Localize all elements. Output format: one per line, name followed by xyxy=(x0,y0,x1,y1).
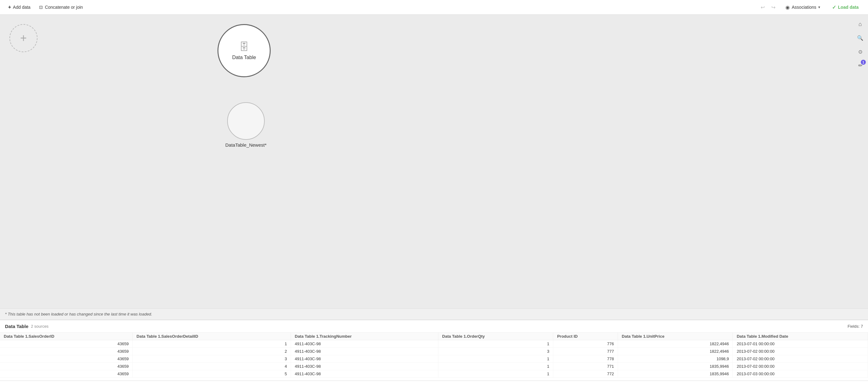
col-header-orderqty: Data Table 1.OrderQty xyxy=(438,333,553,340)
redo-button[interactable]: ↪ xyxy=(769,2,778,12)
cell-unitprice: 1098,9 xyxy=(618,355,733,363)
cell-salesorderdetailid: 4 xyxy=(133,363,291,370)
toolbar-right: ↩ ↪ ◉ Associations ▾ ✓ Load data xyxy=(758,2,863,12)
preview-title-group: Data Table 2 sources xyxy=(5,324,49,329)
table-row: 43659 2 4911-403C-98 3 777 1822,4946 201… xyxy=(0,348,868,355)
col-header-trackingnumber: Data Table 1.TrackingNumber xyxy=(291,333,438,340)
table-row: 43659 1 4911-403C-98 1 776 1822,4946 201… xyxy=(0,340,868,348)
cell-productid: 771 xyxy=(553,363,618,370)
cell-salesorderid: 43659 xyxy=(0,340,133,348)
cell-productid: 776 xyxy=(553,340,618,348)
home-icon: ⌂ xyxy=(859,21,862,28)
zoom-fit-icon-button[interactable]: ⊙ xyxy=(855,46,866,57)
add-data-button[interactable]: + Add data xyxy=(5,2,33,12)
cell-trackingnumber: 4911-403C-98 xyxy=(291,355,438,363)
cell-unitprice: 1835,9946 xyxy=(618,370,733,378)
cell-unitprice: 1822,4946 xyxy=(618,340,733,348)
preview-table-container[interactable]: Data Table 1.SalesOrderID Data Table 1.S… xyxy=(0,333,868,381)
data-preview-panel: Data Table 2 sources Fields: 7 Data Tabl… xyxy=(0,320,868,381)
cell-orderqty: 1 xyxy=(438,363,553,370)
col-header-salesorderdetailid: Data Table 1.SalesOrderDetailID xyxy=(133,333,291,340)
cell-modifieddate: 2013-07-02 00:00:00 xyxy=(733,348,868,355)
col-header-salesorderid: Data Table 1.SalesOrderID xyxy=(0,333,133,340)
zoom-in-icon-button[interactable]: 🔍 xyxy=(855,32,866,43)
zoom-in-icon: 🔍 xyxy=(857,35,863,41)
refresh-action-button[interactable]: ↻ xyxy=(405,383,416,384)
add-node-plus-icon: + xyxy=(20,32,27,45)
columns-action-button[interactable]: ⊞ xyxy=(436,383,447,384)
preview-header-row: Data Table 1.SalesOrderID Data Table 1.S… xyxy=(0,333,868,340)
cell-productid: 777 xyxy=(553,348,618,355)
cell-productid: 772 xyxy=(553,370,618,378)
preview-table-body: 43659 1 4911-403C-98 1 776 1822,4946 201… xyxy=(0,340,868,378)
associations-chevron-icon: ▾ xyxy=(818,5,820,9)
concatenate-join-button[interactable]: ⊡ Concatenate or join xyxy=(36,3,86,11)
cell-salesorderid: 43659 xyxy=(0,348,133,355)
undo-redo-group: ↩ ↪ xyxy=(758,2,778,12)
load-data-button[interactable]: ✓ Load data xyxy=(828,2,863,12)
cell-productid: 778 xyxy=(553,355,618,363)
col-header-productid: Product ID xyxy=(553,333,618,340)
col-header-modifieddate: Data Table 1.Modified Date xyxy=(733,333,868,340)
preview-sources: 2 sources xyxy=(31,324,49,329)
data-table-db-icon: 🗄 xyxy=(239,41,249,53)
table-row: 43659 3 4911-403C-98 1 778 1098,9 2013-0… xyxy=(0,355,868,363)
load-data-label: Load data xyxy=(838,5,859,10)
data-table-node[interactable]: 🗄 Data Table xyxy=(217,24,271,77)
cell-modifieddate: 2013-07-01 00:00:00 xyxy=(733,340,868,348)
associations-eye-icon: ◉ xyxy=(785,4,790,10)
bottom-notice: * This table has not been loaded or has … xyxy=(0,308,868,320)
cell-salesorderdetailid: 3 xyxy=(133,355,291,363)
cell-trackingnumber: 4911-403C-98 xyxy=(291,348,438,355)
preview-table: Data Table 1.SalesOrderID Data Table 1.S… xyxy=(0,333,868,378)
filter-action-button[interactable]: ⊿ xyxy=(452,383,463,384)
cell-salesorderdetailid: 1 xyxy=(133,340,291,348)
associations-button[interactable]: ◉ Associations ▾ xyxy=(782,2,824,12)
toolbar: + Add data ⊡ Concatenate or join ↩ ↪ ◉ A… xyxy=(0,0,868,15)
add-data-label: Add data xyxy=(13,5,30,10)
pencil-icon-button[interactable]: ✏ 1 xyxy=(855,60,866,71)
cell-salesorderdetailid: 2 xyxy=(133,348,291,355)
col-header-unitprice: Data Table 1.UnitPrice xyxy=(618,333,733,340)
associations-label: Associations xyxy=(792,5,816,10)
datatable-newest-circle xyxy=(227,102,265,140)
table-row: 43659 5 4911-403C-98 1 772 1835,9946 201… xyxy=(0,370,868,378)
cell-modifieddate: 2013-07-02 00:00:00 xyxy=(733,363,868,370)
home-icon-button[interactable]: ⌂ xyxy=(855,19,866,30)
concatenate-icon: ⊡ xyxy=(39,5,43,10)
data-table-label: Data Table xyxy=(232,55,256,60)
cell-trackingnumber: 4911-403C-98 xyxy=(291,370,438,378)
cell-unitprice: 1835,9946 xyxy=(618,363,733,370)
edit-badge: 1 xyxy=(861,60,866,65)
cell-orderqty: 1 xyxy=(438,370,553,378)
notice-text: * This table has not been loaded or has … xyxy=(5,312,152,316)
cell-orderqty: 3 xyxy=(438,348,553,355)
zoom-fit-icon: ⊙ xyxy=(858,49,862,55)
action-bar: ✏ ↻ 🗑 ⊞ ⊿ ••• ▼ Hide data preview xyxy=(0,381,868,384)
preview-header: Data Table 2 sources Fields: 7 xyxy=(0,320,868,333)
preview-header-right: Fields: 7 xyxy=(848,324,863,329)
load-data-check-icon: ✓ xyxy=(832,4,836,10)
cell-trackingnumber: 4911-403C-98 xyxy=(291,363,438,370)
cell-salesorderid: 43659 xyxy=(0,355,133,363)
add-node-button[interactable]: + xyxy=(9,24,37,52)
cell-trackingnumber: 4911-403C-98 xyxy=(291,340,438,348)
data-table-circle: 🗄 Data Table xyxy=(217,24,271,77)
preview-table-head: Data Table 1.SalesOrderID Data Table 1.S… xyxy=(0,333,868,340)
concatenate-join-label: Concatenate or join xyxy=(45,5,83,10)
cell-salesorderdetailid: 5 xyxy=(133,370,291,378)
datatable-newest-label: DataTable_Newest* xyxy=(225,142,267,148)
cell-unitprice: 1822,4946 xyxy=(618,348,733,355)
right-sidebar: ⌂ 🔍 ⊙ ✏ 1 xyxy=(852,15,868,308)
datatable-newest-node[interactable]: DataTable_Newest* xyxy=(225,102,267,148)
canvas-area: + 🗄 Data Table DataTable_Newest* ⌂ 🔍 ⊙ ✏… xyxy=(0,15,868,308)
cell-modifieddate: 2013-07-02 00:00:00 xyxy=(733,355,868,363)
cell-salesorderid: 43659 xyxy=(0,370,133,378)
preview-table-name: Data Table xyxy=(5,324,29,329)
undo-button[interactable]: ↩ xyxy=(758,2,767,12)
more-action-button[interactable]: ••• xyxy=(468,383,478,384)
preview-fields-count: Fields: 7 xyxy=(848,324,863,329)
delete-action-button[interactable]: 🗑 xyxy=(421,383,432,384)
edit-action-button[interactable]: ✏ xyxy=(390,383,400,384)
cell-modifieddate: 2013-07-03 00:00:00 xyxy=(733,370,868,378)
